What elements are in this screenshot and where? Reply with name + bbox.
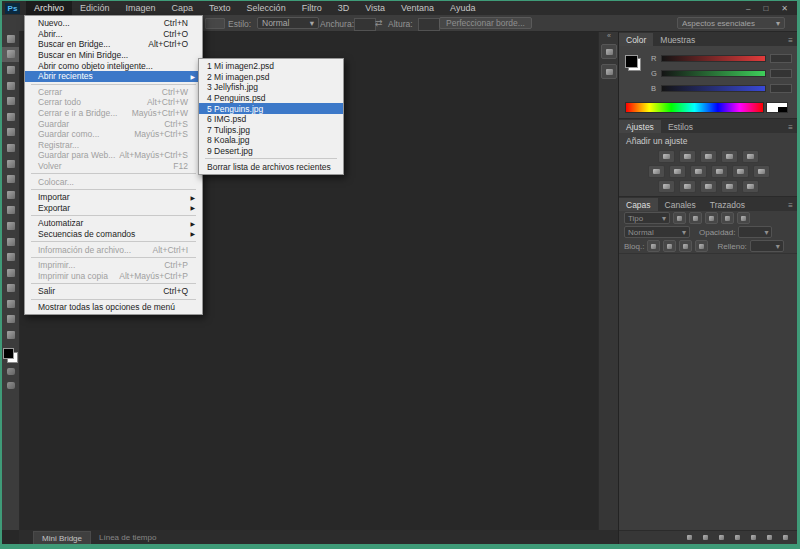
- channel-slider-b[interactable]: [661, 85, 766, 92]
- panel-menu-icon[interactable]: ≡: [788, 201, 798, 211]
- file-menu-item-colocar[interactable]: Colocar...: [25, 176, 202, 187]
- tool-preset-icon[interactable]: [205, 18, 225, 29]
- new-layer-button[interactable]: [764, 533, 774, 542]
- gradient-map-adjustment-button[interactable]: [721, 180, 738, 193]
- file-menu-item-volver[interactable]: VolverF12: [25, 161, 202, 172]
- blend-mode-dropdown[interactable]: Normal ▾: [624, 226, 690, 238]
- history-panel-button[interactable]: [601, 64, 617, 79]
- menubar-item-capa[interactable]: Capa: [164, 1, 202, 15]
- link-layers-button[interactable]: [684, 533, 694, 542]
- properties-panel-button[interactable]: [601, 44, 617, 59]
- history-brush-tool[interactable]: [2, 171, 19, 187]
- panel-menu-icon[interactable]: ≡: [788, 123, 798, 133]
- vibrance-adjustment-button[interactable]: [742, 150, 759, 163]
- file-menu-item-cerrar-todo[interactable]: Cerrar todoAlt+Ctrl+W: [25, 97, 202, 108]
- brightness-contrast-adjustment-button[interactable]: [658, 150, 675, 163]
- layers-list-empty[interactable]: [619, 253, 798, 530]
- channel-value-field[interactable]: [770, 69, 792, 78]
- dodge-tool[interactable]: [2, 234, 19, 250]
- path-selection-tool[interactable]: [2, 281, 19, 297]
- menubar-item-filtro[interactable]: Filtro: [294, 1, 330, 15]
- file-menu-item-secuencias-de-comandos[interactable]: Secuencias de comandos▶: [25, 229, 202, 240]
- bottom-tab-línea-de-tiempo[interactable]: Línea de tiempo: [91, 531, 164, 543]
- eyedropper-tool[interactable]: [2, 109, 19, 125]
- channel-value-field[interactable]: [770, 54, 792, 63]
- pixel-filter-button[interactable]: [673, 212, 686, 224]
- eraser-tool[interactable]: [2, 187, 19, 203]
- color-tab-muestras[interactable]: Muestras: [653, 33, 702, 46]
- lock-pixels-button[interactable]: [663, 240, 676, 252]
- file-menu-item-abrir-recientes[interactable]: Abrir recientes▶: [25, 71, 202, 82]
- file-menu-item-automatizar[interactable]: Automatizar▶: [25, 218, 202, 229]
- delete-layer-button[interactable]: [780, 533, 790, 542]
- invert-adjustment-button[interactable]: [658, 180, 675, 193]
- file-menu-item-abrir-como-objeto-inteligente[interactable]: Abrir como objeto inteligente...: [25, 60, 202, 71]
- lasso-tool[interactable]: [2, 62, 19, 78]
- file-menu-item-buscar-en-mini-bridge[interactable]: Buscar en Mini Bridge...: [25, 50, 202, 61]
- brush-tool[interactable]: [2, 140, 19, 156]
- adjustments-tab-estilos[interactable]: Estilos: [661, 120, 700, 133]
- lock-position-button[interactable]: [679, 240, 692, 252]
- foreground-color-swatch[interactable]: [625, 55, 638, 68]
- quick-selection-tool[interactable]: [2, 78, 19, 94]
- recent-file-item-5[interactable]: 5 Penguins.jpg: [199, 103, 343, 114]
- crop-tool[interactable]: [2, 93, 19, 109]
- recent-file-item-2[interactable]: 2 Mi imagen.psd: [199, 72, 343, 83]
- channel-slider-g[interactable]: [661, 70, 766, 77]
- channel-slider-r[interactable]: [661, 55, 766, 62]
- channel-mixer-adjustment-button[interactable]: [732, 165, 749, 178]
- file-menu-item-cerrar[interactable]: CerrarCtrl+W: [25, 87, 202, 98]
- swap-dimensions-icon[interactable]: ⇄: [375, 18, 383, 28]
- lock-transparent-button[interactable]: [647, 240, 660, 252]
- menubar-item-3d[interactable]: 3D: [330, 1, 358, 15]
- opacity-field[interactable]: ▾: [738, 226, 772, 238]
- file-menu-item-guardar[interactable]: GuardarCtrl+S: [25, 118, 202, 129]
- file-menu-item-información-de-archivo[interactable]: Información de archivo...Alt+Ctrl+I: [25, 244, 202, 255]
- file-menu-item-nuevo[interactable]: Nuevo...Ctrl+N: [25, 18, 202, 29]
- restore-button[interactable]: □: [763, 4, 768, 13]
- threshold-adjustment-button[interactable]: [700, 180, 717, 193]
- layers-tab-canales[interactable]: Canales: [658, 198, 703, 211]
- recent-file-item-9[interactable]: 9 Desert.jpg: [199, 146, 343, 157]
- layer-mask-button[interactable]: [716, 533, 726, 542]
- shape-tool[interactable]: [2, 296, 19, 312]
- hue-saturation-adjustment-button[interactable]: [648, 165, 665, 178]
- file-menu-item-importar[interactable]: Importar▶: [25, 192, 202, 203]
- menubar-item-ventana[interactable]: Ventana: [393, 1, 442, 15]
- style-dropdown[interactable]: Normal ▾: [257, 17, 319, 29]
- hand-tool[interactable]: [2, 312, 19, 328]
- selective-color-adjustment-button[interactable]: [742, 180, 759, 193]
- adjustment-layer-button[interactable]: [732, 533, 742, 542]
- curves-adjustment-button[interactable]: [700, 150, 717, 163]
- bottom-tab-mini-bridge[interactable]: Mini Bridge: [33, 531, 91, 544]
- layers-tab-trazados[interactable]: Trazados: [703, 198, 752, 211]
- black-white-adjustment-button[interactable]: [690, 165, 707, 178]
- layer-effects-button[interactable]: [700, 533, 710, 542]
- color-spectrum-bar[interactable]: [625, 102, 764, 113]
- smart-object-filter-button[interactable]: [737, 212, 750, 224]
- color-tab-color[interactable]: Color: [619, 33, 653, 46]
- posterize-adjustment-button[interactable]: [679, 180, 696, 193]
- file-menu-item-exportar[interactable]: Exportar▶: [25, 203, 202, 214]
- recent-file-item-7[interactable]: 7 Tulips.jpg: [199, 125, 343, 136]
- workspace-switcher[interactable]: Aspectos esenciales ▾: [677, 17, 785, 29]
- refine-edge-button[interactable]: Perfeccionar borde...: [439, 17, 532, 29]
- recent-file-item-3[interactable]: 3 Jellyfish.jpg: [199, 82, 343, 93]
- file-menu-item-salir[interactable]: SalirCtrl+Q: [25, 286, 202, 297]
- foreground-color-swatch[interactable]: [3, 348, 14, 359]
- panel-menu-icon[interactable]: ≡: [788, 36, 798, 46]
- menubar-item-imagen[interactable]: Imagen: [118, 1, 164, 15]
- type-tool[interactable]: [2, 265, 19, 281]
- exposure-adjustment-button[interactable]: [721, 150, 738, 163]
- file-menu-item-imprimir-una-copia[interactable]: Imprimir una copiaAlt+Mayús+Ctrl+P: [25, 270, 202, 281]
- color-balance-adjustment-button[interactable]: [669, 165, 686, 178]
- fill-field[interactable]: ▾: [750, 240, 784, 252]
- recent-file-item-1[interactable]: 1 Mi imagen2.psd: [199, 61, 343, 72]
- layer-group-button[interactable]: [748, 533, 758, 542]
- channel-value-field[interactable]: [770, 84, 792, 93]
- gradient-tool[interactable]: [2, 203, 19, 219]
- close-button[interactable]: ✕: [781, 4, 788, 13]
- lock-all-button[interactable]: [695, 240, 708, 252]
- blur-tool[interactable]: [2, 218, 19, 234]
- menubar-item-vista[interactable]: Vista: [357, 1, 393, 15]
